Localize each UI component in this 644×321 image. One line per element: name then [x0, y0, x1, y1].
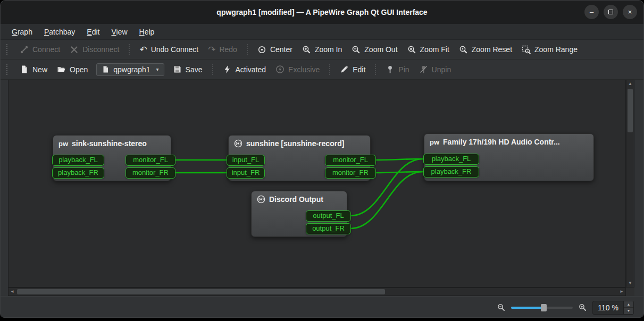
zoom-range-button[interactable]: Zoom Range [517, 43, 582, 57]
zoom-in-label: Zoom In [315, 45, 342, 54]
center-button[interactable]: Center [253, 43, 297, 57]
edit-button[interactable]: Edit [335, 62, 370, 77]
toolbar-separator [375, 64, 376, 75]
pencil-icon [340, 65, 349, 74]
node-title: sink-sunshine-stereo [72, 139, 147, 148]
zoom-out-label: Zoom Out [364, 45, 397, 54]
node-header: pw sink-sunshine-stereo [53, 136, 171, 150]
connect-button[interactable]: Connect [15, 43, 65, 57]
zoom-slider-fill [511, 307, 543, 309]
node-title: sunshine [sunshine-record] [246, 139, 344, 148]
redo-label: Redo [219, 45, 237, 54]
activated-toggle[interactable]: Activated [218, 62, 271, 77]
port-monitor-fl[interactable]: monitor_FL [325, 155, 376, 166]
zoom-fit-icon [407, 45, 416, 54]
minimize-icon: – [590, 9, 593, 15]
spin-down-button[interactable]: ▼ [624, 308, 633, 314]
zoom-out-button[interactable]: Zoom Out [347, 43, 402, 57]
unpin-button[interactable]: Unpin [414, 62, 456, 77]
port-playback-fl[interactable]: playback_FL [423, 154, 479, 165]
zoom-out-mini-icon[interactable] [497, 303, 505, 311]
toolbar-separator [129, 44, 130, 55]
pin-button[interactable]: Pin [381, 62, 414, 77]
node-sink-sunshine-stereo[interactable]: pw sink-sunshine-stereo playback_FL play… [53, 135, 171, 181]
zoom-fit-button[interactable]: Zoom Fit [403, 43, 454, 57]
toolbar-patchbay: New Open qpwgraph1 ▾ Save Ac [1, 60, 643, 80]
zoom-reset-button[interactable]: Zoom Reset [454, 43, 517, 57]
minimize-button[interactable]: – [584, 5, 599, 19]
node-sunshine[interactable]: sunshine [sunshine-record] input_FL inpu… [228, 135, 371, 181]
port-monitor-fr[interactable]: monitor_FR [325, 167, 376, 179]
lightning-icon [223, 65, 232, 74]
patchbay-profile-select[interactable]: qpwgraph1 ▾ [96, 63, 164, 76]
new-label: New [32, 65, 47, 74]
port-playback-fr[interactable]: playback_FR [52, 167, 104, 179]
vertical-scrollbar-thumb[interactable] [628, 89, 633, 132]
zoom-range-label: Zoom Range [534, 45, 578, 54]
node-family-audio-controller[interactable]: pw Family 17h/19h HD Audio Contr... play… [424, 133, 594, 181]
scrollbar-corner [626, 288, 634, 296]
wire-sunshine-monitorFL-to-playbackFL [375, 159, 423, 160]
vertical-scrollbar[interactable]: ▲ ▼ [626, 80, 634, 288]
port-input-fl[interactable]: input_FL [227, 155, 265, 166]
menu-view[interactable]: View [106, 26, 132, 38]
zoom-percent-value[interactable]: 110 % [593, 301, 623, 314]
port-monitor-fr[interactable]: monitor_FR [126, 167, 175, 179]
node-header: Discord Output [252, 191, 347, 206]
monitor-icon [257, 195, 265, 204]
port-playback-fl[interactable]: playback_FL [52, 155, 104, 166]
disconnect-button[interactable]: Disconnect [65, 43, 124, 57]
toolbar-separator [212, 64, 213, 75]
undo-connect-button[interactable]: ↶ Undo Connect [135, 43, 203, 56]
toolbar-drag-handle[interactable] [6, 44, 10, 55]
undo-icon: ↶ [139, 46, 147, 54]
zoom-in-mini-icon[interactable] [579, 303, 587, 311]
scroll-left-arrow[interactable]: ◄ [9, 288, 16, 295]
menu-graph[interactable]: Graph [7, 26, 37, 38]
titlebar[interactable]: qpwgraph1 [modified] — A PipeWire Graph … [1, 1, 643, 24]
node-header: sunshine [sunshine-record] [229, 136, 370, 150]
zoom-slider[interactable] [511, 303, 573, 312]
scroll-down-arrow[interactable]: ▼ [626, 280, 634, 287]
maximize-button[interactable] [604, 5, 618, 19]
zoom-range-icon [522, 45, 531, 54]
center-label: Center [270, 45, 292, 54]
zoom-slider-handle[interactable] [541, 304, 547, 311]
spin-up-button[interactable]: ▲ [624, 301, 633, 308]
close-button[interactable]: × [623, 5, 637, 19]
statusbar: 110 % ▲ ▼ [1, 296, 644, 318]
port-monitor-fl[interactable]: monitor_FL [126, 155, 175, 166]
activated-label: Activated [236, 65, 266, 74]
menu-help[interactable]: Help [135, 26, 160, 38]
redo-button[interactable]: ↷ Redo [203, 43, 242, 56]
node-title: Discord Output [269, 195, 323, 204]
port-output-fl[interactable]: output_FL [306, 210, 351, 222]
port-input-fr[interactable]: input_FR [227, 167, 265, 179]
save-label: Save [186, 65, 203, 74]
undo-connect-label: Undo Connect [151, 45, 199, 54]
horizontal-scrollbar[interactable]: ◄ ► [8, 288, 626, 296]
wire-sunshine-monitorFR-to-playbackFR [375, 172, 423, 173]
new-button[interactable]: New [15, 62, 52, 77]
menu-patchbay[interactable]: Patchbay [39, 26, 80, 38]
open-button[interactable]: Open [52, 62, 93, 77]
graph-canvas[interactable]: pw sink-sunshine-stereo playback_FL play… [8, 80, 626, 288]
unpin-icon [419, 65, 428, 74]
toolbar-drag-handle[interactable] [6, 64, 10, 75]
horizontal-scrollbar-thumb[interactable] [17, 289, 385, 294]
scroll-right-arrow[interactable]: ► [618, 288, 625, 295]
zoom-in-button[interactable]: Zoom In [297, 43, 347, 57]
pin-icon [386, 65, 395, 74]
node-discord-output[interactable]: Discord Output output_FL output_FR [251, 191, 347, 237]
menu-edit[interactable]: Edit [82, 26, 104, 38]
connect-label: Connect [32, 45, 60, 54]
scroll-up-arrow[interactable]: ▲ [626, 80, 634, 88]
exclusive-toggle[interactable]: Exclusive [271, 62, 324, 77]
port-output-fr[interactable]: output_FR [306, 223, 351, 234]
save-button[interactable]: Save [168, 62, 207, 77]
app-window: qpwgraph1 [modified] — A PipeWire Graph … [0, 0, 644, 318]
disconnect-label: Disconnect [82, 45, 119, 54]
port-playback-fr[interactable]: playback_FR [423, 166, 479, 178]
zoom-out-icon [352, 45, 361, 54]
zoom-percent-spinbox[interactable]: 110 % ▲ ▼ [592, 301, 634, 315]
